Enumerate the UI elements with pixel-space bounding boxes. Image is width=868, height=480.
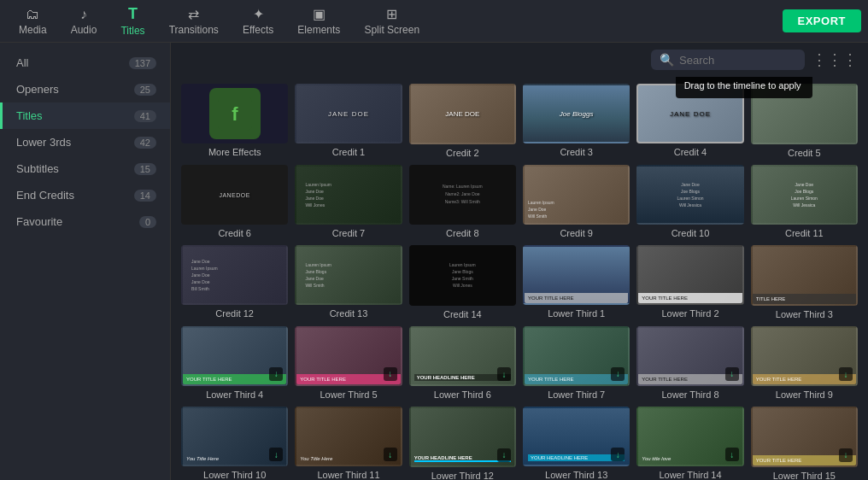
nav-effects[interactable]: ✦ Effects — [231, 3, 285, 39]
item-label: Credit 10 — [636, 228, 743, 238]
item-label: Credit 1 — [295, 147, 402, 157]
list-item[interactable]: JANE DOE Credit 2 — [409, 84, 516, 158]
nav-titles-label: Titles — [120, 25, 144, 37]
list-item[interactable]: YOUR TITLE HERE ↓ Lower Third 15 — [751, 407, 858, 480]
list-item[interactable]: YOUR HEADLINE HERE ↓ Lower Third 6 — [409, 326, 516, 401]
list-item[interactable]: YOUR TITLE HERE ↓ Lower Third 4 — [181, 326, 288, 401]
list-item[interactable]: Lauren IpsumJane BlogsJane DoeWill Smith… — [295, 245, 402, 319]
search-box[interactable]: 🔍 — [651, 50, 805, 70]
effects-icon: ✦ — [253, 6, 264, 22]
svg-text:f: f — [232, 103, 238, 125]
list-item[interactable]: JANE DOE Credit 1 — [295, 84, 402, 158]
list-item[interactable]: YOUR HEADLINE HERE ↓ Lower Third 12 — [409, 407, 516, 480]
sidebar-item-endcredits[interactable]: End Credits 14 — [0, 182, 170, 208]
item-label: Lower Third 10 — [181, 470, 288, 480]
list-item[interactable]: Lauren IpsumJane DoeJane DoeWill Jones C… — [295, 165, 402, 239]
list-item[interactable]: Credit 5 — [751, 84, 858, 158]
nav-transitions[interactable]: ⇄ Transitions — [157, 3, 231, 39]
nav-media[interactable]: 🗂 Media — [7, 3, 59, 39]
list-item[interactable]: You title love ↓ Lower Third 14 — [636, 407, 743, 480]
thumbnail: YOUR TITLE HERE — [636, 245, 743, 305]
list-item[interactable]: Jane DoeJoe BlogsLauren SimonWill Jessic… — [751, 165, 858, 239]
search-input[interactable] — [679, 54, 796, 67]
list-item[interactable]: YOUR HEADLINE HERE ↓ Lower Third 13 — [523, 407, 630, 480]
content-header: 🔍 ⋮⋮⋮ — [171, 43, 868, 77]
list-item[interactable]: YOUR TITLE HERE ↓ Lower Third 8 — [636, 326, 743, 401]
list-item[interactable]: You Title Here ↓ Lower Third 10 — [181, 407, 288, 480]
thumbnail: Lauren IpsumJane BlogsJane DoeWill Smith — [295, 245, 402, 305]
sidebar-count-favourite: 0 — [139, 216, 156, 228]
list-item[interactable]: YOUR TITLE HERE Lower Third 1 — [523, 245, 630, 319]
transitions-icon: ⇄ — [188, 6, 199, 22]
download-icon: ↓ — [497, 367, 511, 381]
nav-splitscreen[interactable]: ⊞ Split Screen — [352, 3, 431, 39]
item-label: Credit 8 — [409, 228, 516, 238]
nav-titles[interactable]: T Titles — [108, 2, 156, 40]
sidebar-label-all: All — [16, 56, 28, 69]
list-item[interactable]: You Title Here ↓ Lower Third 11 — [295, 407, 402, 480]
item-label: Lower Third 7 — [523, 389, 630, 400]
download-icon: ↓ — [839, 367, 853, 381]
thumbnail: Name: Lauren IpsumName2: Jane DoeName3: … — [409, 165, 516, 225]
item-label: Lower Third 12 — [409, 471, 516, 481]
sidebar-item-lower3rds[interactable]: Lower 3rds 42 — [0, 129, 170, 155]
list-item[interactable]: Jane DoeJoe BlogsLauren SimonWill Jessic… — [636, 165, 743, 239]
item-label: Lower Third 13 — [523, 470, 630, 480]
sidebar-count-titles: 41 — [134, 110, 156, 122]
nav-media-label: Media — [19, 24, 47, 36]
item-label: Lower Third 2 — [636, 308, 743, 319]
thumbnail: You Title Here ↓ — [295, 407, 402, 466]
thumbnail: YOUR HEADLINE HERE ↓ — [409, 326, 516, 387]
search-icon: 🔍 — [660, 53, 674, 67]
sidebar-count-subtitles: 15 — [134, 163, 156, 175]
item-label: Credit 6 — [181, 228, 288, 238]
thumbnail: Lauren IpsumJane DoeJane DoeWill Jones — [295, 165, 402, 225]
item-label: Credit 3 — [523, 147, 630, 157]
item-label: Lower Third 9 — [751, 389, 858, 400]
thumbnail: Jane DoeJoe BlogsLauren SimonWill Jessic… — [751, 165, 858, 225]
list-item[interactable]: Lauren IpsumJane BlogsJane SmithWill Jon… — [409, 245, 516, 319]
sidebar-label-endcredits: End Credits — [16, 189, 74, 202]
sidebar-item-subtitles[interactable]: Subtitles 15 — [0, 155, 170, 182]
sidebar-item-titles[interactable]: Titles 41 — [0, 102, 170, 129]
list-item[interactable]: Joe Bloggs Credit 3 — [523, 84, 630, 158]
list-item[interactable]: YOUR TITLE HERE ↓ Lower Third 5 — [295, 326, 402, 401]
thumbnail: Joe Bloggs — [523, 84, 630, 143]
sidebar-item-favourite[interactable]: Favourite 0 — [0, 208, 170, 235]
main-body: All 137 Openers 25 Titles 41 Lower 3rds … — [0, 43, 868, 480]
list-item[interactable]: JANEDOE Credit 6 — [181, 165, 288, 239]
sidebar-item-openers[interactable]: Openers 25 — [0, 76, 170, 102]
thumbnail: YOUR TITLE HERE ↓ — [295, 326, 402, 386]
audio-icon: ♪ — [80, 7, 87, 22]
thumbnail: YOUR TITLE HERE — [523, 245, 630, 305]
item-label: Credit 13 — [295, 308, 402, 319]
sidebar-label-openers: Openers — [16, 83, 59, 96]
list-item[interactable]: YOUR TITLE HERE ↓ Lower Third 9 — [751, 326, 858, 401]
list-item[interactable]: YOUR TITLE HERE ↓ Lower Third 7 — [523, 326, 630, 401]
item-label: More Effects — [181, 147, 288, 157]
download-icon: ↓ — [839, 448, 853, 462]
list-item[interactable]: Jane DoeLauren IpsumJane DoeJane DoeBill… — [181, 245, 288, 319]
list-item[interactable]: Name: Lauren IpsumName2: Jane DoeName3: … — [409, 165, 516, 239]
thumbnail: f — [181, 84, 288, 143]
item-label: Lower Third 5 — [295, 389, 402, 400]
list-item[interactable]: JANE DOE Credit 4 Credit 4 Drag to the t… — [636, 84, 743, 158]
download-icon: ↓ — [725, 367, 739, 381]
grid-view-icon[interactable]: ⋮⋮⋮ — [812, 50, 858, 69]
sidebar-label-titles: Titles — [16, 109, 43, 122]
list-item[interactable]: Lauren IpsumJane DoeWill Smith Credit 9 — [523, 165, 630, 239]
nav-elements[interactable]: ▣ Elements — [285, 3, 352, 39]
sidebar-item-all[interactable]: All 137 — [0, 50, 170, 76]
thumbnail: JANE DOE — [409, 84, 516, 144]
item-label: Credit 11 — [751, 228, 858, 238]
thumbnail: Lauren IpsumJane DoeWill Smith — [523, 165, 630, 225]
export-button[interactable]: EXPORT — [783, 9, 861, 32]
list-item[interactable]: YOUR TITLE HERE Lower Third 2 — [636, 245, 743, 319]
list-item[interactable]: TITLE HERE Lower Third 3 — [751, 245, 858, 319]
download-icon: ↓ — [497, 448, 511, 462]
nav-audio[interactable]: ♪ Audio — [59, 3, 109, 39]
item-label: Credit 14 — [409, 309, 516, 319]
content-area: 🔍 ⋮⋮⋮ f More E — [171, 43, 868, 480]
item-label: Lower Third 15 — [751, 471, 858, 481]
list-item[interactable]: f More Effects — [181, 84, 288, 158]
